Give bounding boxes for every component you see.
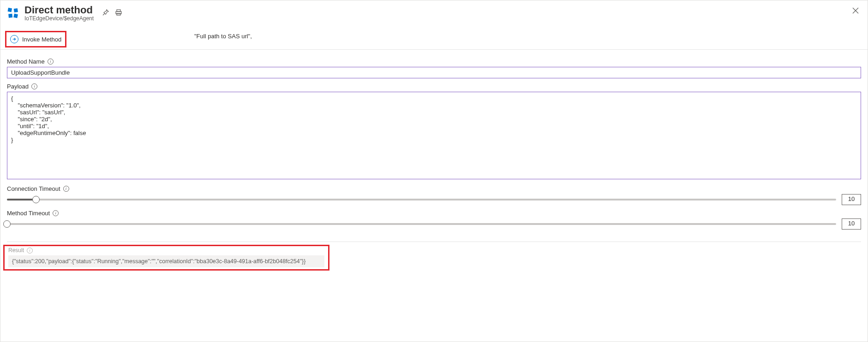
result-highlight: Result i {"status":200,"payload":{"statu… — [3, 245, 329, 271]
page-subtitle: IoTEdgeDevice/$edgeAgent — [24, 15, 94, 22]
invoke-arrow-icon — [10, 35, 18, 43]
svg-rect-2 — [8, 14, 12, 18]
invoke-method-button[interactable]: Invoke Method — [6, 32, 65, 46]
info-icon[interactable]: i — [48, 59, 54, 65]
method-timeout-slider[interactable] — [7, 223, 836, 225]
info-icon[interactable]: i — [31, 83, 37, 89]
method-name-input[interactable] — [7, 67, 861, 78]
print-icon[interactable] — [115, 9, 122, 16]
pin-icon[interactable] — [102, 9, 109, 16]
info-icon[interactable]: i — [53, 210, 59, 216]
page-title: Direct method — [24, 4, 94, 16]
toolbar: Invoke Method — [0, 31, 868, 50]
result-body: {"status":200,"payload":{"status":"Runni… — [8, 255, 324, 267]
svg-rect-4 — [117, 10, 120, 12]
payload-label: Payload i — [7, 83, 861, 90]
method-timeout-value: 10 — [842, 218, 861, 230]
info-icon[interactable]: i — [63, 186, 69, 192]
svg-rect-1 — [14, 8, 18, 12]
invoke-method-highlight: Invoke Method — [5, 31, 66, 47]
payload-input[interactable] — [7, 92, 861, 179]
connection-timeout-value: 10 — [842, 194, 861, 205]
result-label: Result i — [8, 247, 324, 254]
close-icon[interactable] — [852, 7, 859, 14]
header: Direct method IoTEdgeDevice/$edgeAgent — [0, 0, 868, 22]
info-icon[interactable]: i — [27, 248, 33, 254]
floating-sas-text: "Full path to SAS url", — [194, 33, 252, 40]
svg-rect-3 — [13, 14, 18, 18]
connection-timeout-label: Connection Timeout i — [7, 185, 861, 192]
method-timeout-label: Method Timeout i — [7, 210, 861, 217]
resource-icon — [7, 7, 20, 20]
method-name-label: Method Name i — [7, 58, 861, 65]
connection-timeout-slider[interactable] — [7, 199, 836, 200]
invoke-method-label: Invoke Method — [22, 36, 61, 43]
svg-rect-0 — [8, 8, 12, 12]
